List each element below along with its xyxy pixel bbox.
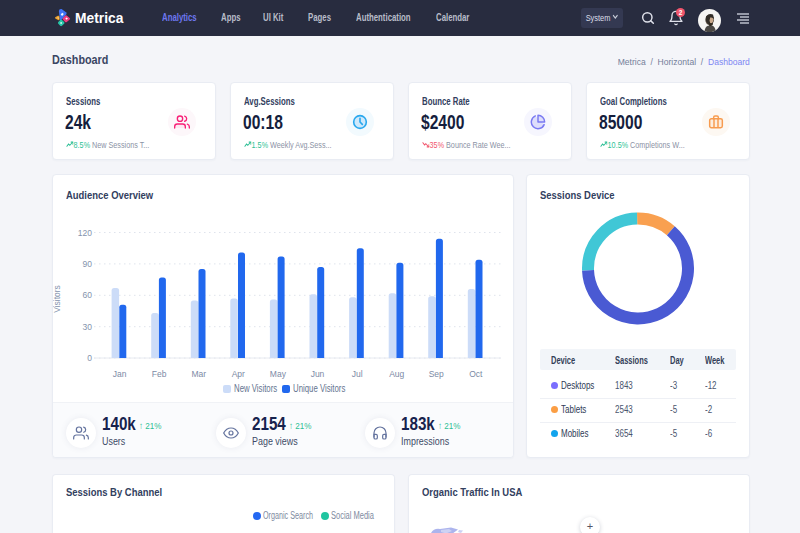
svg-text:May: May [270, 369, 287, 379]
svg-text:Aug: Aug [389, 369, 404, 379]
svg-text:Jan: Jan [113, 369, 127, 379]
svg-text:Sep: Sep [429, 369, 444, 379]
svg-text:Visitors: Visitors [53, 285, 62, 313]
svg-text:Apr: Apr [232, 369, 245, 379]
svg-text:Jun: Jun [311, 369, 325, 379]
svg-text:90: 90 [83, 259, 93, 269]
svg-text:Mar: Mar [191, 369, 206, 379]
svg-text:120: 120 [78, 228, 92, 238]
svg-text:30: 30 [83, 322, 93, 332]
svg-text:0: 0 [87, 353, 92, 363]
svg-text:60: 60 [83, 290, 93, 300]
svg-text:Jul: Jul [352, 369, 363, 379]
svg-text:Oct: Oct [469, 369, 483, 379]
svg-text:Feb: Feb [152, 369, 167, 379]
